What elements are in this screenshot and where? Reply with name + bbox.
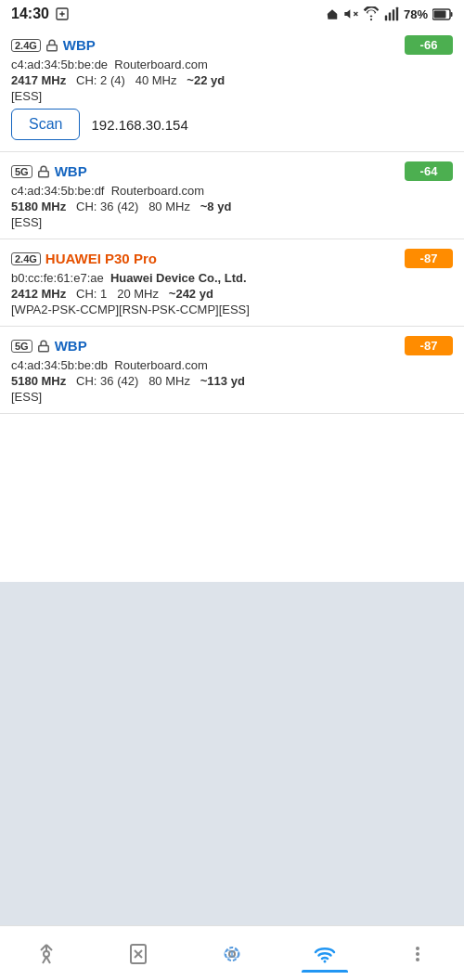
lock-icon-1: [37, 165, 50, 178]
svg-rect-13: [38, 345, 48, 351]
svg-rect-10: [434, 10, 446, 18]
svg-rect-9: [451, 12, 453, 17]
band-badge-3: 5G: [11, 340, 32, 353]
mac-3: c4:ad:34:5b:be:db: [11, 358, 108, 372]
signal-badge-3: -87: [405, 336, 453, 355]
scan-button[interactable]: Scan: [11, 109, 80, 140]
network-header-1: 5G WBP -64: [11, 161, 453, 181]
vendor-1: Routerboard.com: [111, 184, 204, 198]
ssid-1[interactable]: WBP: [55, 163, 87, 179]
ssid-2[interactable]: HUAWEI P30 Pro: [45, 251, 157, 266]
ip-address-0: 192.168.30.154: [91, 117, 187, 133]
empty-area: [0, 582, 464, 925]
network-title-row-2: 2.4G HUAWEI P30 Pro: [11, 251, 157, 266]
battery-percent: 78%: [404, 7, 428, 21]
nav-item-more[interactable]: [371, 935, 464, 973]
main-content: 2.4G WBP -66 c4:ad:34:5b:be:de Routerboa…: [0, 26, 464, 582]
svg-point-14: [44, 951, 49, 957]
svg-rect-12: [38, 171, 48, 176]
scan-row-0: Scan 192.168.30.154: [11, 109, 453, 140]
svg-rect-11: [47, 45, 58, 50]
vendor-2: Huawei Device Co., Ltd.: [110, 271, 247, 285]
bottom-nav: [0, 925, 464, 980]
svg-rect-6: [393, 9, 394, 20]
svg-point-27: [324, 961, 327, 963]
antenna-icon: [32, 939, 61, 969]
svg-point-3: [370, 19, 372, 20]
nav-item-log[interactable]: [93, 935, 186, 973]
nfc-icon: [55, 6, 70, 21]
network-details-2: 2412 MHz CH: 1 20 MHz ~242 yd: [11, 287, 453, 301]
mac-vendor-2: b0:cc:fe:61:e7:ae Huawei Device Co., Ltd…: [11, 271, 453, 285]
network-flags-1: [ESS]: [11, 215, 453, 229]
band-badge-2: 2.4G: [11, 252, 41, 265]
lock-icon-3: [37, 340, 50, 353]
network-flags-3: [ESS]: [11, 390, 453, 404]
log-icon: [124, 939, 154, 969]
svg-rect-4: [385, 16, 387, 21]
svg-rect-7: [396, 7, 398, 20]
more-icon: [403, 939, 432, 969]
svg-line-18: [43, 957, 46, 963]
band-badge-0: 2.4G: [11, 39, 41, 52]
svg-rect-5: [389, 12, 391, 20]
wifi-status-icon: [363, 6, 380, 21]
battery-icon: [432, 8, 453, 20]
band-badge-1: 5G: [11, 165, 32, 178]
status-right: 78%: [326, 6, 453, 21]
signal-badge-2: -87: [405, 249, 453, 268]
mute-icon: [343, 6, 358, 21]
status-left: 14:30: [11, 6, 70, 22]
network-details-1: 5180 MHz CH: 36 (42) 80 MHz ~8 yd: [11, 200, 453, 213]
mac-0: c4:ad:34:5b:be:de: [11, 58, 108, 71]
network-card-2: 2.4G HUAWEI P30 Pro -87 b0:cc:fe:61:e7:a…: [0, 239, 464, 327]
network-title-row-1: 5G WBP: [11, 163, 87, 179]
nav-item-tools[interactable]: [186, 935, 278, 973]
signal-icon: [384, 6, 399, 21]
signal-badge-0: -66: [405, 35, 453, 55]
wifi-nav-icon: [310, 939, 340, 969]
mac-vendor-3: c4:ad:34:5b:be:db Routerboard.com: [11, 358, 453, 372]
signal-badge-1: -64: [405, 161, 453, 181]
network-card-0: 2.4G WBP -66 c4:ad:34:5b:be:de Routerboa…: [0, 26, 464, 152]
svg-point-28: [416, 947, 419, 950]
network-header-0: 2.4G WBP -66: [11, 35, 453, 55]
network-header-2: 2.4G HUAWEI P30 Pro -87: [11, 249, 453, 268]
network-card-3: 5G WBP -87 c4:ad:34:5b:be:db Routerboard…: [0, 327, 464, 414]
svg-point-30: [416, 958, 419, 961]
network-flags-0: [ESS]: [11, 89, 453, 103]
network-title-row-3: 5G WBP: [11, 338, 87, 354]
network-flags-2: [WPA2-PSK-CCMP][RSN-PSK-CCMP][ESS]: [11, 303, 453, 316]
network-card-1: 5G WBP -64 c4:ad:34:5b:be:df Routerboard…: [0, 152, 464, 239]
tools-icon: [217, 939, 247, 969]
vendor-0: Routerboard.com: [114, 58, 207, 71]
svg-line-19: [46, 957, 50, 963]
mac-2: b0:cc:fe:61:e7:ae: [11, 271, 104, 285]
mac-vendor-1: c4:ad:34:5b:be:df Routerboard.com: [11, 184, 453, 198]
mac-vendor-0: c4:ad:34:5b:be:de Routerboard.com: [11, 58, 453, 71]
vendor-3: Routerboard.com: [114, 358, 207, 372]
home-icon: [326, 7, 339, 20]
status-bar: 14:30 78%: [0, 0, 464, 26]
svg-point-29: [416, 952, 419, 956]
mac-1: c4:ad:34:5b:be:df: [11, 184, 104, 198]
nav-item-antenna[interactable]: [0, 935, 93, 973]
network-details-3: 5180 MHz CH: 36 (42) 80 MHz ~113 yd: [11, 374, 453, 388]
ssid-3[interactable]: WBP: [55, 338, 87, 354]
network-title-row-0: 2.4G WBP: [11, 37, 96, 53]
network-details-0: 2417 MHz CH: 2 (4) 40 MHz ~22 yd: [11, 73, 453, 87]
status-time: 14:30: [11, 6, 49, 22]
ssid-0[interactable]: WBP: [63, 37, 96, 53]
active-tab-indicator: [302, 970, 348, 973]
lock-icon-0: [45, 39, 58, 52]
nav-item-wifi[interactable]: [278, 935, 371, 973]
network-header-3: 5G WBP -87: [11, 336, 453, 355]
